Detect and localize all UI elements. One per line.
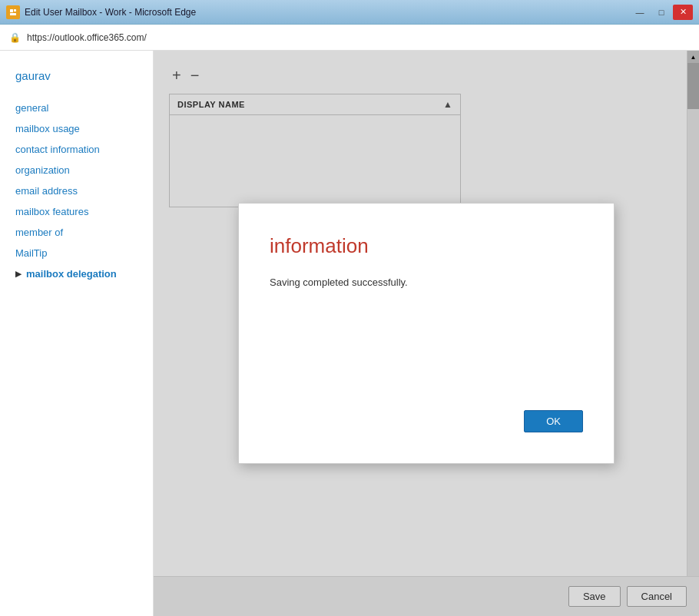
title-bar-left: Edit User Mailbox - Work - Microsoft Edg… xyxy=(6,5,196,19)
information-dialog: information Saving completed successfull… xyxy=(238,203,615,464)
title-bar: Edit User Mailbox - Work - Microsoft Edg… xyxy=(0,0,699,25)
sidebar-item-label: contact information xyxy=(15,144,100,155)
title-bar-controls: — □ ✕ xyxy=(630,5,693,20)
sidebar-item-label: general xyxy=(15,102,48,114)
url-display[interactable]: https://outlook.office365.com/ xyxy=(27,32,690,43)
sidebar-item-label: organization xyxy=(15,164,70,176)
sidebar-item-mailbox-features[interactable]: mailbox features xyxy=(0,201,153,222)
sidebar-item-member-of[interactable]: member of xyxy=(0,222,153,243)
lock-icon: 🔒 xyxy=(9,32,21,43)
minimize-button[interactable]: — xyxy=(630,5,650,20)
sidebar-item-label: MailTip xyxy=(15,247,47,259)
username-label: gaurav xyxy=(0,63,153,98)
content-area: + − DISPLAY NAME ▲ ▲ ▼ Save Cancel xyxy=(154,51,699,616)
sidebar-item-label: mailbox features xyxy=(15,206,88,217)
sidebar-item-label: mailbox delegation xyxy=(26,268,117,280)
address-bar: 🔒 https://outlook.office365.com/ xyxy=(0,25,699,51)
sidebar: gaurav general mailbox usage contact inf… xyxy=(0,51,154,616)
svg-rect-3 xyxy=(10,13,16,15)
window-title: Edit User Mailbox - Work - Microsoft Edg… xyxy=(25,7,196,18)
maximize-button[interactable]: □ xyxy=(651,5,671,20)
sidebar-item-label: email address xyxy=(15,185,78,197)
sidebar-item-contact-information[interactable]: contact information xyxy=(0,139,153,160)
sidebar-item-label: mailbox usage xyxy=(15,123,80,134)
sidebar-item-email-address[interactable]: email address xyxy=(0,180,153,201)
modal-message: Saving completed successfully. xyxy=(270,277,583,349)
sidebar-item-organization[interactable]: organization xyxy=(0,160,153,180)
svg-rect-0 xyxy=(8,8,18,17)
app-icon xyxy=(6,5,20,19)
chevron-right-icon: ▶ xyxy=(15,270,22,278)
sidebar-item-general[interactable]: general xyxy=(0,98,153,118)
close-button[interactable]: ✕ xyxy=(673,5,693,20)
modal-title: information xyxy=(270,234,583,258)
sidebar-item-mailtip[interactable]: MailTip xyxy=(0,243,153,263)
ok-button[interactable]: OK xyxy=(524,410,583,432)
sidebar-item-label: member of xyxy=(15,227,63,238)
svg-rect-1 xyxy=(10,9,13,12)
modal-overlay: information Saving completed successfull… xyxy=(154,51,699,616)
main-container: gaurav general mailbox usage contact inf… xyxy=(0,51,699,616)
modal-footer: OK xyxy=(270,410,583,432)
sidebar-item-mailbox-usage[interactable]: mailbox usage xyxy=(0,118,153,139)
svg-rect-2 xyxy=(14,9,16,12)
sidebar-item-mailbox-delegation[interactable]: ▶ mailbox delegation xyxy=(0,263,153,284)
